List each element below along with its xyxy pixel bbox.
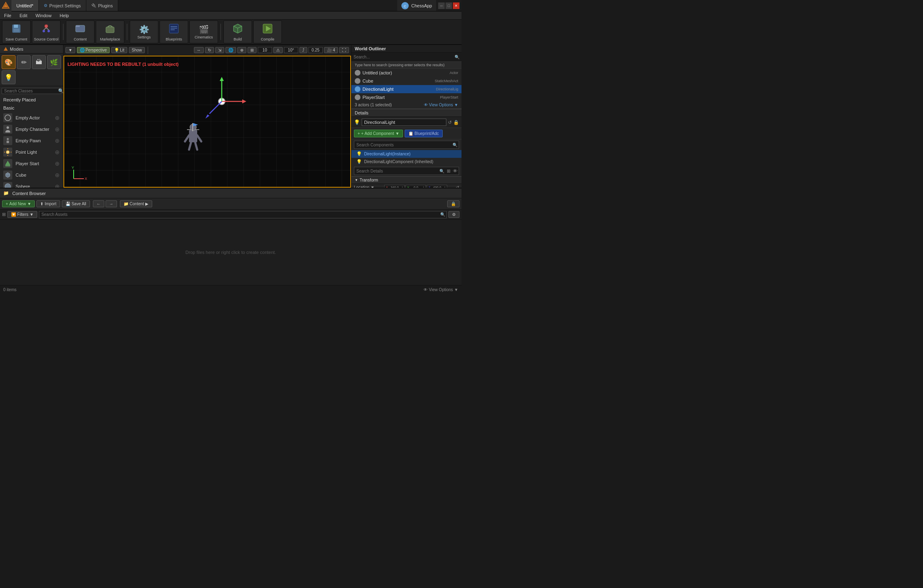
lock-icon-area: 🔒: [447, 200, 459, 207]
blueprints-button[interactable]: Blueprints: [160, 20, 188, 43]
add-new-button[interactable]: + Add New ▼: [2, 200, 35, 207]
angle-input[interactable]: [284, 47, 298, 53]
view-options-status[interactable]: 👁 View Options ▼: [423, 287, 458, 292]
marketplace-button[interactable]: Marketplace: [96, 20, 124, 43]
item-point-light[interactable]: Point Light ⊕: [0, 146, 63, 158]
viewport-perspective-button[interactable]: 🌐 Perspective: [77, 47, 110, 53]
viewport-maximize[interactable]: ⛶: [339, 47, 349, 53]
tab-untitled[interactable]: Untitled*: [11, 0, 39, 11]
tab-plugins[interactable]: 🔌 Plugins: [86, 0, 118, 11]
search-classes-input[interactable]: 🔍: [2, 88, 61, 94]
save-all-button[interactable]: 💾 Save All: [62, 200, 90, 207]
blueprint-add-button[interactable]: 📋 Blueprint/Adc: [405, 130, 442, 137]
outliner-search-input[interactable]: [353, 55, 455, 59]
transform-gizmo: [197, 77, 246, 127]
empty-character-add-icon: ⊕: [55, 126, 60, 132]
search-assets-container[interactable]: 🔍: [39, 211, 447, 218]
world-local-toggle[interactable]: 🌐: [225, 47, 236, 53]
details-eye-icon[interactable]: 👁: [452, 168, 459, 173]
content-lock-button[interactable]: 🔒: [447, 200, 459, 207]
item-empty-character[interactable]: Empty Character ⊕: [0, 123, 63, 135]
category-recently-placed[interactable]: Recently Placed: [0, 96, 63, 104]
add-component-button[interactable]: + + Add Component ▼: [354, 130, 403, 137]
viewport[interactable]: ▼ 🌐 Perspective 💡 Lit Show ↔ ↻ ⇲: [63, 45, 351, 188]
viewport-lit-button[interactable]: 💡 Lit: [111, 47, 127, 53]
svg-line-11: [46, 28, 49, 30]
grid-size-input[interactable]: [258, 47, 272, 53]
category-basic[interactable]: Basic: [0, 104, 63, 112]
outliner-search[interactable]: 🔍: [351, 53, 462, 62]
scale-input[interactable]: [308, 47, 323, 53]
location-x-input[interactable]: X 340.0 ↕: [384, 185, 405, 188]
landscape-mode-icon[interactable]: 🏔: [32, 55, 46, 69]
view-options-icon[interactable]: 👁 View Options ▼: [424, 103, 458, 107]
search-assets-input[interactable]: [39, 212, 440, 217]
grid-snapping[interactable]: ⊞: [248, 47, 257, 53]
transform-section-header[interactable]: ▼ Transform: [351, 176, 462, 184]
viewport-perspective-dropdown[interactable]: ▼: [65, 47, 75, 53]
foliage-mode-icon[interactable]: 🌿: [47, 55, 61, 69]
item-empty-pawn[interactable]: Empty Pawn ⊕: [0, 135, 63, 146]
viewport-canvas[interactable]: LIGHTING NEEDS TO BE REBUILT (1 unbuilt …: [63, 56, 351, 188]
component-search[interactable]: 🔍: [354, 141, 459, 149]
outliner-item-directional-light[interactable]: DirectionalLight DirectionalLig: [351, 85, 462, 93]
content-path[interactable]: 📁 Content ▶: [120, 200, 152, 207]
import-button[interactable]: ⬆ Import: [36, 200, 60, 207]
svg-rect-13: [76, 25, 80, 27]
comp-item-directional-light-instance[interactable]: 💡 DirectionalLight(Instance): [351, 150, 462, 158]
rotate-tool[interactable]: ↻: [205, 47, 214, 53]
perspective-dropdown-arrow: ▼: [68, 48, 72, 52]
details-lock-icon[interactable]: 🔒: [453, 120, 459, 125]
search-options-button[interactable]: ⚙: [448, 211, 459, 218]
outliner-item-player-start[interactable]: PlayerStart PlayerStart: [351, 93, 462, 101]
details-name-input[interactable]: [362, 119, 446, 126]
menu-file[interactable]: File: [0, 11, 16, 19]
save-current-button[interactable]: Save Current: [2, 20, 31, 43]
viewport-lighting-warning: LIGHTING NEEDS TO BE REBUILT (1 unbuilt …: [68, 62, 179, 67]
compile-icon: [262, 23, 273, 36]
item-empty-actor[interactable]: Empty Actor ⊕: [0, 112, 63, 123]
compile-button[interactable]: Compile: [253, 20, 282, 43]
filters-button[interactable]: 🔽 Filters ▼: [7, 211, 37, 218]
search-details-container[interactable]: 🔍 ⊞ 👁: [354, 167, 459, 175]
scale-tool[interactable]: ⇲: [215, 47, 224, 53]
viewport-show-button[interactable]: Show: [129, 47, 145, 53]
source-control-button[interactable]: Source Control: [32, 20, 61, 43]
content-button[interactable]: Content: [66, 20, 95, 43]
camera-speed[interactable]: 🎥 4: [324, 47, 338, 53]
paint-mode-icon[interactable]: ✏: [17, 55, 31, 69]
angle-snapping[interactable]: ⚠: [273, 47, 283, 53]
component-search-input[interactable]: [354, 143, 452, 147]
item-cube[interactable]: Cube ⊕: [0, 169, 63, 181]
menu-edit[interactable]: Edit: [16, 11, 32, 19]
minimize-button[interactable]: ─: [438, 2, 445, 9]
search-details-input[interactable]: [354, 169, 439, 173]
build-button[interactable]: Build: [223, 20, 252, 43]
settings-label: Settings: [137, 35, 151, 39]
close-button[interactable]: ✕: [453, 2, 459, 9]
surface-snapping[interactable]: ⊕: [237, 47, 246, 53]
outliner-item-untitled[interactable]: Untitled (actor) Actor: [351, 69, 462, 77]
location-y-input[interactable]: Y 0.0 ↕: [405, 185, 426, 188]
translate-tool[interactable]: ↔: [194, 47, 204, 53]
settings-button[interactable]: ⚙️ Settings: [130, 20, 158, 43]
scale-input-btn[interactable]: ⤴: [299, 47, 307, 53]
details-view-options[interactable]: ⊞: [446, 168, 452, 174]
cinematics-button[interactable]: 🎬 Cinematics: [189, 20, 218, 43]
menu-window[interactable]: Window: [32, 11, 56, 19]
geometry-mode-icon[interactable]: 💡: [2, 70, 16, 84]
item-player-start[interactable]: Player Start ⊕: [0, 158, 63, 169]
comp-item-directional-light-component[interactable]: 💡 DirectionalLightComponent (Inherited): [351, 158, 462, 166]
menu-help[interactable]: Help: [56, 11, 73, 19]
details-reset-icon[interactable]: ↺: [448, 120, 452, 125]
location-z-input[interactable]: Z 430.0 ↕: [427, 185, 447, 188]
maximize-button[interactable]: □: [446, 2, 452, 9]
nav-forward-button[interactable]: →: [106, 200, 117, 207]
tab-project-settings[interactable]: ⚙ Project Settings: [39, 0, 86, 11]
actor-icon-cube: [355, 78, 360, 84]
item-sphere[interactable]: Sphere ⊕: [0, 181, 63, 188]
outliner-item-cube[interactable]: Cube StaticMeshAct: [351, 77, 462, 85]
place-mode-icon[interactable]: 🎨: [2, 55, 16, 69]
nav-back-button[interactable]: ←: [93, 200, 104, 207]
search-classes-field[interactable]: [2, 89, 58, 93]
